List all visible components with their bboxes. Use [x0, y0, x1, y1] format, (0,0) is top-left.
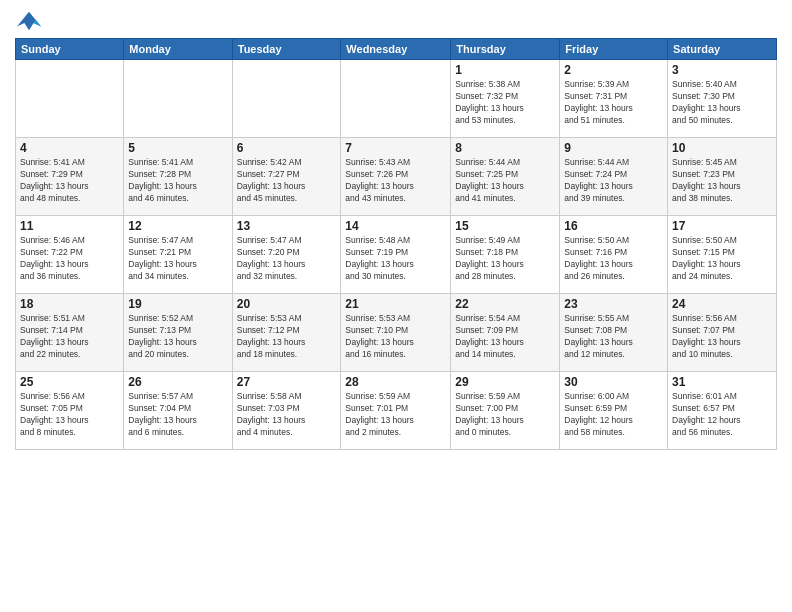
calendar-cell: 4Sunrise: 5:41 AM Sunset: 7:29 PM Daylig…	[16, 138, 124, 216]
weekday-header-thursday: Thursday	[451, 39, 560, 60]
day-number: 7	[345, 141, 446, 155]
day-info: Sunrise: 5:59 AM Sunset: 7:01 PM Dayligh…	[345, 391, 446, 439]
day-number: 16	[564, 219, 663, 233]
calendar-cell: 23Sunrise: 5:55 AM Sunset: 7:08 PM Dayli…	[560, 294, 668, 372]
day-info: Sunrise: 5:50 AM Sunset: 7:15 PM Dayligh…	[672, 235, 772, 283]
day-info: Sunrise: 5:58 AM Sunset: 7:03 PM Dayligh…	[237, 391, 337, 439]
day-number: 25	[20, 375, 119, 389]
day-number: 21	[345, 297, 446, 311]
day-number: 29	[455, 375, 555, 389]
day-number: 15	[455, 219, 555, 233]
calendar-week-1: 1Sunrise: 5:38 AM Sunset: 7:32 PM Daylig…	[16, 60, 777, 138]
calendar-cell: 29Sunrise: 5:59 AM Sunset: 7:00 PM Dayli…	[451, 372, 560, 450]
day-info: Sunrise: 5:52 AM Sunset: 7:13 PM Dayligh…	[128, 313, 227, 361]
day-number: 22	[455, 297, 555, 311]
day-number: 24	[672, 297, 772, 311]
day-info: Sunrise: 6:00 AM Sunset: 6:59 PM Dayligh…	[564, 391, 663, 439]
day-info: Sunrise: 5:59 AM Sunset: 7:00 PM Dayligh…	[455, 391, 555, 439]
day-number: 18	[20, 297, 119, 311]
day-info: Sunrise: 5:49 AM Sunset: 7:18 PM Dayligh…	[455, 235, 555, 283]
calendar-cell: 13Sunrise: 5:47 AM Sunset: 7:20 PM Dayli…	[232, 216, 341, 294]
day-number: 9	[564, 141, 663, 155]
day-number: 26	[128, 375, 227, 389]
logo-icon	[15, 10, 43, 34]
day-number: 12	[128, 219, 227, 233]
calendar-cell	[124, 60, 232, 138]
day-info: Sunrise: 5:39 AM Sunset: 7:31 PM Dayligh…	[564, 79, 663, 127]
calendar-cell	[16, 60, 124, 138]
calendar-cell: 15Sunrise: 5:49 AM Sunset: 7:18 PM Dayli…	[451, 216, 560, 294]
calendar-cell: 17Sunrise: 5:50 AM Sunset: 7:15 PM Dayli…	[668, 216, 777, 294]
day-info: Sunrise: 5:44 AM Sunset: 7:25 PM Dayligh…	[455, 157, 555, 205]
day-info: Sunrise: 5:41 AM Sunset: 7:28 PM Dayligh…	[128, 157, 227, 205]
day-info: Sunrise: 5:46 AM Sunset: 7:22 PM Dayligh…	[20, 235, 119, 283]
day-info: Sunrise: 5:54 AM Sunset: 7:09 PM Dayligh…	[455, 313, 555, 361]
day-info: Sunrise: 5:38 AM Sunset: 7:32 PM Dayligh…	[455, 79, 555, 127]
day-info: Sunrise: 5:47 AM Sunset: 7:20 PM Dayligh…	[237, 235, 337, 283]
calendar-cell	[232, 60, 341, 138]
calendar-cell: 21Sunrise: 5:53 AM Sunset: 7:10 PM Dayli…	[341, 294, 451, 372]
day-info: Sunrise: 5:51 AM Sunset: 7:14 PM Dayligh…	[20, 313, 119, 361]
weekday-header-saturday: Saturday	[668, 39, 777, 60]
svg-marker-0	[17, 12, 41, 30]
day-number: 1	[455, 63, 555, 77]
calendar-cell: 30Sunrise: 6:00 AM Sunset: 6:59 PM Dayli…	[560, 372, 668, 450]
weekday-header-monday: Monday	[124, 39, 232, 60]
calendar-cell: 26Sunrise: 5:57 AM Sunset: 7:04 PM Dayli…	[124, 372, 232, 450]
day-number: 6	[237, 141, 337, 155]
weekday-header-sunday: Sunday	[16, 39, 124, 60]
day-number: 14	[345, 219, 446, 233]
calendar-cell: 19Sunrise: 5:52 AM Sunset: 7:13 PM Dayli…	[124, 294, 232, 372]
day-info: Sunrise: 5:42 AM Sunset: 7:27 PM Dayligh…	[237, 157, 337, 205]
calendar-cell: 28Sunrise: 5:59 AM Sunset: 7:01 PM Dayli…	[341, 372, 451, 450]
day-number: 30	[564, 375, 663, 389]
day-info: Sunrise: 5:56 AM Sunset: 7:05 PM Dayligh…	[20, 391, 119, 439]
calendar-cell: 31Sunrise: 6:01 AM Sunset: 6:57 PM Dayli…	[668, 372, 777, 450]
calendar-cell: 24Sunrise: 5:56 AM Sunset: 7:07 PM Dayli…	[668, 294, 777, 372]
calendar-cell: 5Sunrise: 5:41 AM Sunset: 7:28 PM Daylig…	[124, 138, 232, 216]
day-number: 11	[20, 219, 119, 233]
weekday-header-tuesday: Tuesday	[232, 39, 341, 60]
calendar-week-4: 18Sunrise: 5:51 AM Sunset: 7:14 PM Dayli…	[16, 294, 777, 372]
day-info: Sunrise: 5:48 AM Sunset: 7:19 PM Dayligh…	[345, 235, 446, 283]
calendar-cell: 12Sunrise: 5:47 AM Sunset: 7:21 PM Dayli…	[124, 216, 232, 294]
day-number: 19	[128, 297, 227, 311]
calendar-cell: 8Sunrise: 5:44 AM Sunset: 7:25 PM Daylig…	[451, 138, 560, 216]
day-number: 5	[128, 141, 227, 155]
logo	[15, 10, 47, 34]
day-info: Sunrise: 5:40 AM Sunset: 7:30 PM Dayligh…	[672, 79, 772, 127]
day-number: 27	[237, 375, 337, 389]
calendar-cell: 18Sunrise: 5:51 AM Sunset: 7:14 PM Dayli…	[16, 294, 124, 372]
day-number: 17	[672, 219, 772, 233]
day-number: 28	[345, 375, 446, 389]
day-info: Sunrise: 5:56 AM Sunset: 7:07 PM Dayligh…	[672, 313, 772, 361]
calendar-cell: 2Sunrise: 5:39 AM Sunset: 7:31 PM Daylig…	[560, 60, 668, 138]
day-number: 10	[672, 141, 772, 155]
calendar-table: SundayMondayTuesdayWednesdayThursdayFrid…	[15, 38, 777, 450]
calendar-cell: 3Sunrise: 5:40 AM Sunset: 7:30 PM Daylig…	[668, 60, 777, 138]
weekday-header-row: SundayMondayTuesdayWednesdayThursdayFrid…	[16, 39, 777, 60]
calendar-week-2: 4Sunrise: 5:41 AM Sunset: 7:29 PM Daylig…	[16, 138, 777, 216]
day-number: 8	[455, 141, 555, 155]
calendar-week-3: 11Sunrise: 5:46 AM Sunset: 7:22 PM Dayli…	[16, 216, 777, 294]
day-info: Sunrise: 5:45 AM Sunset: 7:23 PM Dayligh…	[672, 157, 772, 205]
calendar-cell: 14Sunrise: 5:48 AM Sunset: 7:19 PM Dayli…	[341, 216, 451, 294]
calendar-week-5: 25Sunrise: 5:56 AM Sunset: 7:05 PM Dayli…	[16, 372, 777, 450]
day-info: Sunrise: 5:53 AM Sunset: 7:12 PM Dayligh…	[237, 313, 337, 361]
day-info: Sunrise: 5:55 AM Sunset: 7:08 PM Dayligh…	[564, 313, 663, 361]
day-info: Sunrise: 5:43 AM Sunset: 7:26 PM Dayligh…	[345, 157, 446, 205]
calendar-cell: 11Sunrise: 5:46 AM Sunset: 7:22 PM Dayli…	[16, 216, 124, 294]
page-container: SundayMondayTuesdayWednesdayThursdayFrid…	[0, 0, 792, 460]
calendar-cell: 16Sunrise: 5:50 AM Sunset: 7:16 PM Dayli…	[560, 216, 668, 294]
day-info: Sunrise: 5:53 AM Sunset: 7:10 PM Dayligh…	[345, 313, 446, 361]
day-number: 20	[237, 297, 337, 311]
calendar-cell: 6Sunrise: 5:42 AM Sunset: 7:27 PM Daylig…	[232, 138, 341, 216]
day-info: Sunrise: 5:57 AM Sunset: 7:04 PM Dayligh…	[128, 391, 227, 439]
day-number: 4	[20, 141, 119, 155]
calendar-cell: 7Sunrise: 5:43 AM Sunset: 7:26 PM Daylig…	[341, 138, 451, 216]
day-number: 31	[672, 375, 772, 389]
calendar-cell: 27Sunrise: 5:58 AM Sunset: 7:03 PM Dayli…	[232, 372, 341, 450]
weekday-header-friday: Friday	[560, 39, 668, 60]
calendar-cell: 20Sunrise: 5:53 AM Sunset: 7:12 PM Dayli…	[232, 294, 341, 372]
day-info: Sunrise: 6:01 AM Sunset: 6:57 PM Dayligh…	[672, 391, 772, 439]
